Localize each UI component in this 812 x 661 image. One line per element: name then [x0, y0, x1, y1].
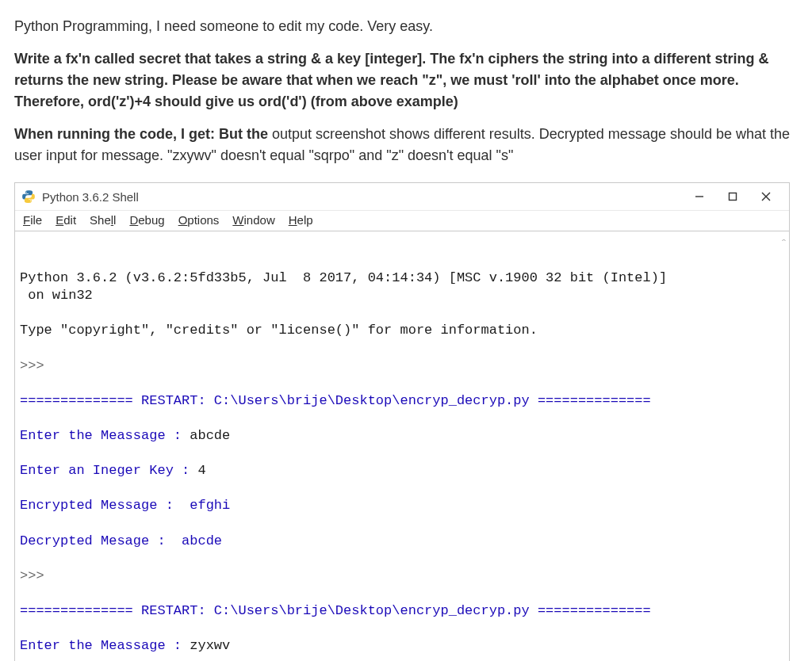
- python-app-icon: [21, 189, 36, 204]
- console-prompt: >>>: [20, 357, 784, 375]
- question-spec: Write a fx'n called secret that takes a …: [14, 48, 798, 113]
- menubar: File Edit Shell Debug Options Window Hel…: [15, 211, 789, 231]
- menu-debug[interactable]: Debug: [129, 213, 164, 227]
- menu-help[interactable]: Help: [289, 213, 313, 227]
- svg-rect-1: [730, 193, 737, 201]
- console-run-line: Enter an Ineger Key : 4: [20, 462, 784, 480]
- console-run-line: Decrypted Mesage : abcde: [20, 533, 784, 550]
- console-run-line: Enter the Meassage : abcde: [20, 427, 784, 445]
- console-restart-line: ============== RESTART: C:\Users\brije\D…: [20, 602, 784, 620]
- question-result: When running the code, I get: But the ou…: [14, 124, 798, 166]
- console-restart-line: ============== RESTART: C:\Users\brije\D…: [20, 392, 784, 410]
- window-minimize-button[interactable]: [683, 183, 716, 210]
- python-shell-window: Python 3.6.2 Shell File Edit Shell Debug…: [14, 182, 790, 661]
- console-run-line: Enter the Meassage : zyxwv: [20, 637, 784, 655]
- console-info-line: Type "copyright", "credits" or "license(…: [20, 322, 784, 339]
- window-close-button[interactable]: [749, 183, 783, 210]
- menu-edit[interactable]: Edit: [56, 213, 76, 227]
- menu-shell[interactable]: Shell: [90, 213, 116, 227]
- menu-window[interactable]: Window: [232, 213, 274, 227]
- console-run-line: Encrypted Message : efghi: [20, 497, 784, 514]
- scroll-up-arrow-icon[interactable]: ˆ: [782, 236, 786, 252]
- window-maximize-button[interactable]: [716, 183, 749, 210]
- console-prompt: >>>: [20, 567, 784, 585]
- question-text-block: Python Programming, I need someone to ed…: [14, 16, 798, 166]
- console-version-line: Python 3.6.2 (v3.6.2:5fd33b5, Jul 8 2017…: [20, 269, 784, 304]
- menu-options[interactable]: Options: [178, 213, 220, 227]
- menu-file[interactable]: File: [23, 213, 42, 227]
- window-title: Python 3.6.2 Shell: [42, 190, 139, 204]
- question-intro: Python Programming, I need someone to ed…: [14, 16, 798, 37]
- question-result-bold: When running the code, I get: But the: [14, 126, 272, 142]
- console-output[interactable]: ˆ Python 3.6.2 (v3.6.2:5fd33b5, Jul 8 20…: [15, 231, 789, 661]
- window-titlebar: Python 3.6.2 Shell: [15, 183, 789, 211]
